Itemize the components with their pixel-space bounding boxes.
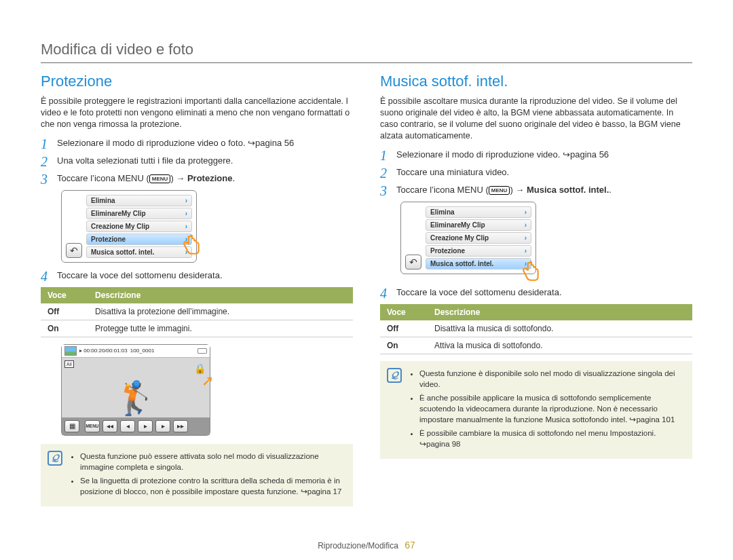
- right-column: Musica sottof. intel. È possibile ascolt…: [380, 73, 692, 506]
- chevron-right-icon: ›: [185, 223, 187, 230]
- chevron-right-icon: ›: [185, 197, 187, 204]
- menu-item[interactable]: Creazione My Clip›: [426, 232, 531, 244]
- intro-text: È possibile ascoltare musica durante la …: [380, 96, 692, 142]
- step-text: Toccare la voce del sottomenu desiderata…: [57, 269, 223, 282]
- menu-item[interactable]: EliminareMy Clip›: [426, 219, 531, 231]
- options-table: VoceDescrizione OffDisattiva la musica d…: [380, 304, 692, 354]
- menu-screenshot: ↶ Elimina› EliminareMy Clip› Creazione M…: [400, 202, 536, 274]
- menu-item[interactable]: Creazione My Clip›: [86, 221, 192, 232]
- step-bold: Protezione: [187, 173, 232, 183]
- menu-item[interactable]: Elimina›: [86, 195, 192, 206]
- table-cell: Off: [380, 320, 428, 337]
- table-header: Descrizione: [88, 287, 353, 303]
- table-row: OnAttiva la musica di sottofondo.: [380, 337, 692, 354]
- step-fragment: ) →: [170, 173, 187, 183]
- thumbnail-icon: [64, 346, 77, 356]
- menu-item[interactable]: Musica sottof. intel.›: [86, 246, 192, 258]
- step-fragment: ) →: [510, 185, 527, 195]
- step-text: Selezionare il modo di riproduzione vide…: [57, 137, 294, 149]
- footer-section: Riproduzione/Modifica: [318, 541, 398, 550]
- step-fwd-button[interactable]: ▸: [155, 420, 170, 432]
- table-cell: Disattiva la musica di sottofondo.: [428, 320, 692, 337]
- step-bold: Musica sottof. intel.: [527, 185, 609, 195]
- table-row: OffDisattiva la musica di sottofondo.: [380, 320, 692, 337]
- page-footer: Riproduzione/Modifica 67: [0, 540, 733, 550]
- menu-item[interactable]: Protezione›: [426, 245, 531, 257]
- menu-item-label: EliminareMy Clip: [91, 210, 146, 217]
- chevron-right-icon: ›: [525, 247, 527, 255]
- menu-item-label: Protezione: [430, 247, 465, 255]
- step-text: Toccare l’icona MENU (MENU) → Protezione…: [57, 172, 235, 185]
- back-button[interactable]: ↶: [405, 255, 421, 269]
- menu-screenshot: ↶ Elimina› EliminareMy Clip› Creazione M…: [61, 190, 197, 263]
- step-number: 2: [380, 166, 390, 180]
- video-player-screenshot: ▸ 00:00:20/00:01:03 100_0001 All 🏌 🔒 ▦ M…: [61, 344, 210, 436]
- step-number: 4: [41, 269, 50, 283]
- table-row: OffDisattiva la protezione dell’immagine…: [41, 303, 353, 320]
- menu-item-selected[interactable]: Musica sottof. intel.›: [426, 258, 531, 269]
- step-number: 4: [380, 286, 390, 300]
- step-text: Una volta selezionati tutti i file da pr…: [57, 155, 233, 167]
- menu-item-label: Musica sottof. intel.: [91, 248, 154, 256]
- menu-button[interactable]: MENU: [85, 420, 100, 432]
- playback-time: ▸ 00:00:20/00:01:03: [79, 348, 128, 354]
- prev-button[interactable]: ◂◂: [102, 420, 117, 432]
- menu-list: Elimina› EliminareMy Clip› Creazione My …: [426, 206, 531, 269]
- menu-item[interactable]: EliminareMy Clip›: [86, 208, 192, 219]
- menu-item[interactable]: Elimina›: [426, 206, 531, 218]
- menu-item-label: EliminareMy Clip: [430, 221, 485, 229]
- options-table: VoceDescrizione OffDisattiva la protezio…: [41, 287, 353, 337]
- table-cell: Off: [41, 303, 88, 320]
- note-item: Questa funzione può essere attivata solo…: [80, 451, 343, 472]
- step-number: 3: [41, 172, 50, 186]
- back-button[interactable]: ↶: [66, 243, 82, 258]
- step-number: 3: [380, 184, 390, 198]
- menu-item-label: Elimina: [430, 208, 455, 216]
- step-number: 2: [41, 155, 50, 168]
- chapter-title: Modifica di video e foto: [41, 41, 692, 63]
- step-text: Toccare una miniatura video.: [396, 166, 509, 179]
- table-cell: On: [41, 320, 88, 337]
- note-icon: 𝓠: [387, 368, 402, 383]
- chevron-right-icon: ›: [525, 221, 527, 229]
- table-cell: Disattiva la protezione dell’immagine.: [88, 303, 353, 320]
- chevron-right-icon: ›: [525, 234, 527, 242]
- table-cell: Attiva la musica di sottofondo.: [428, 337, 692, 354]
- chevron-right-icon: ›: [525, 208, 527, 216]
- note-item: È possibile cambiare la musica di sottof…: [419, 428, 683, 449]
- step-back-button[interactable]: ◂: [120, 420, 135, 432]
- table-header: Voce: [380, 304, 428, 320]
- step-number: 1: [380, 149, 390, 162]
- all-badge: All: [64, 360, 74, 368]
- menu-list: Elimina› EliminareMy Clip› Creazione My …: [86, 195, 192, 258]
- step-text: Toccare la voce del sottomenu desiderata…: [396, 286, 562, 299]
- menu-item-label: Creazione My Clip: [91, 223, 149, 230]
- note-box: 𝓠 Questa funzione può essere attivata so…: [41, 444, 353, 506]
- touch-finger-icon: [180, 234, 203, 257]
- table-header: Voce: [41, 287, 88, 303]
- menu-item-label: Elimina: [91, 197, 115, 204]
- menu-badge-icon: MENU: [489, 186, 510, 195]
- step-fragment: Toccare l’icona MENU (: [396, 185, 489, 195]
- note-box: 𝓠 Questa funzione è disponibile solo nel…: [380, 361, 692, 460]
- touch-finger-icon: [519, 260, 542, 283]
- menu-item-label: Protezione: [91, 236, 126, 243]
- intro-text: È possibile proteggere le registrazioni …: [41, 96, 353, 130]
- table-cell: Protegge tutte le immagini.: [88, 320, 353, 337]
- menu-item-label: Creazione My Clip: [430, 234, 489, 242]
- menu-item-label: Musica sottof. intel.: [430, 260, 493, 267]
- page-number: 67: [405, 540, 415, 550]
- play-button[interactable]: ▸: [138, 420, 153, 432]
- section-heading-protezione: Protezione: [41, 73, 353, 90]
- chevron-right-icon: ›: [185, 210, 187, 217]
- step-number: 1: [41, 137, 50, 151]
- step-fragment: Toccare l’icona MENU (: [57, 173, 149, 183]
- callout-arrow-icon: ➚: [202, 372, 214, 390]
- note-item: È anche possibile applicare la musica di…: [419, 392, 683, 425]
- step-text: Toccare l’icona MENU (MENU) → Musica sot…: [396, 184, 612, 196]
- table-header: Descrizione: [428, 304, 692, 320]
- grid-button[interactable]: ▦: [64, 420, 79, 432]
- next-button[interactable]: ▸▸: [173, 420, 188, 432]
- menu-item-selected[interactable]: Protezione›: [86, 234, 192, 245]
- battery-icon: [198, 348, 207, 354]
